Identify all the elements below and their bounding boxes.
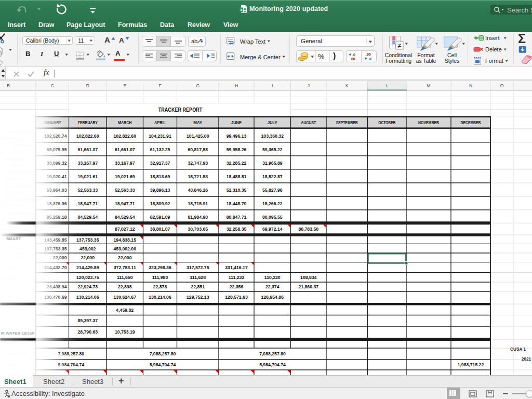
svg-text:194,838.15: 194,838.15 — [114, 237, 137, 243]
svg-text:SMART: SMART — [6, 236, 21, 241]
svg-text:7,088,257.80: 7,088,257.80 — [259, 351, 286, 356]
svg-text:19,021.69: 19,021.69 — [115, 174, 135, 179]
svg-text:.0: .0 — [368, 57, 371, 61]
svg-text:MARCH: MARCH — [118, 120, 131, 125]
svg-text:18,813.69: 18,813.69 — [150, 174, 170, 179]
svg-text:18,947.71: 18,947.71 — [115, 201, 135, 206]
svg-text:81,984.90: 81,984.90 — [188, 215, 208, 220]
svg-text:39,896.13: 39,896.13 — [150, 188, 170, 193]
svg-text:22,878: 22,878 — [153, 284, 167, 289]
svg-text:H: H — [235, 83, 238, 88]
svg-text:M: M — [427, 83, 430, 88]
svg-text:18,448.70: 18,448.70 — [227, 201, 247, 206]
svg-text:104,231.91: 104,231.91 — [149, 134, 171, 139]
svg-text:E: E — [123, 83, 126, 88]
svg-text:I: I — [272, 83, 273, 88]
svg-text:317,572.75: 317,572.75 — [187, 265, 209, 270]
svg-text:80,847.71: 80,847.71 — [227, 215, 247, 220]
svg-text:130,214.06: 130,214.06 — [149, 295, 171, 300]
svg-text:110,220: 110,220 — [264, 275, 281, 280]
svg-text:111,980: 111,980 — [152, 275, 168, 280]
svg-text:MAY: MAY — [193, 120, 202, 125]
svg-text:108,834: 108,834 — [300, 275, 317, 280]
svg-text:1,983,715.22: 1,983,715.22 — [458, 362, 484, 367]
svg-text:84,529.54: 84,529.54 — [115, 215, 135, 220]
svg-text:NOVEMBER: NOVEMBER — [418, 120, 439, 125]
svg-text:32,258.35: 32,258.35 — [227, 227, 247, 232]
svg-text:JUNE: JUNE — [231, 120, 242, 125]
svg-text:32,285.22: 32,285.22 — [227, 161, 247, 166]
svg-text:82,591.09: 82,591.09 — [150, 215, 170, 220]
svg-text:111,650: 111,650 — [117, 275, 133, 280]
svg-text:32,747.93: 32,747.93 — [188, 161, 208, 166]
svg-text:80,783.50: 80,783.50 — [298, 227, 318, 232]
svg-text:JULY: JULY — [268, 120, 277, 125]
svg-text:103,360.32: 103,360.32 — [261, 134, 284, 139]
svg-text:J: J — [308, 83, 310, 88]
svg-text:C: C — [51, 83, 54, 88]
svg-text:4,459.82: 4,459.82 — [116, 308, 134, 313]
svg-text:G: G — [196, 83, 200, 88]
svg-text:128,571.63: 128,571.63 — [225, 295, 248, 300]
svg-text:102.822.60: 102.822.60 — [114, 134, 137, 139]
svg-text:M WATER 19/2oF: M WATER 19/2oF — [1, 331, 35, 336]
svg-text:130,624.67: 130,624.67 — [114, 295, 137, 300]
svg-text:22,851: 22,851 — [191, 284, 205, 289]
svg-text:99,496.13: 99,496.13 — [227, 134, 247, 139]
svg-text:22,898: 22,898 — [118, 284, 132, 289]
svg-text:APRIL: APRIL — [154, 120, 166, 125]
svg-text:5,984,704.74: 5,984,704.74 — [259, 362, 286, 367]
svg-text:5,984,704.74: 5,984,704.74 — [150, 362, 176, 367]
svg-text:30,703.65: 30,703.65 — [188, 227, 208, 232]
svg-text:101,425.00: 101,425.00 — [187, 134, 209, 139]
svg-text:111,628: 111,628 — [190, 275, 206, 280]
svg-text:.00: .00 — [350, 57, 355, 61]
svg-text:129,752.13: 129,752.13 — [187, 295, 209, 300]
svg-text:38,801.07: 38,801.07 — [150, 227, 170, 232]
svg-text:40.846.26: 40.846.26 — [188, 188, 208, 193]
svg-text:18,266.22: 18,266.22 — [262, 201, 283, 206]
svg-text:59,365.22: 59,365.22 — [262, 147, 283, 152]
svg-text:22,374: 22,374 — [265, 284, 280, 289]
svg-text:52,563.33: 52,563.33 — [115, 188, 135, 193]
svg-text:21,860.37: 21,860.37 — [298, 284, 318, 289]
svg-text:18,488.81: 18,488.81 — [227, 174, 247, 179]
svg-text:331,416.17: 331,416.17 — [225, 265, 248, 270]
svg-text:.00: .00 — [366, 52, 371, 56]
svg-text:DECEMBER: DECEMBER — [461, 120, 481, 125]
svg-text:22,000: 22,000 — [118, 255, 132, 260]
svg-text:453,002.00: 453,002.00 — [114, 246, 137, 251]
svg-text:55,827.96: 55,827.96 — [262, 188, 283, 193]
svg-text:TRACKER REPORT: TRACKER REPORT — [158, 107, 203, 113]
svg-text:18,715.91: 18,715.91 — [188, 201, 208, 206]
svg-text:D: D — [86, 83, 89, 88]
svg-text:323,298.36: 323,298.36 — [149, 265, 171, 270]
svg-text:10,753.19: 10,753.19 — [115, 329, 135, 335]
svg-text:O: O — [500, 83, 504, 88]
svg-text:61,132.25: 61,132.25 — [150, 147, 170, 152]
svg-text:7,088,257.80: 7,088,257.80 — [150, 351, 176, 356]
svg-text:18,721.53: 18,721.53 — [188, 174, 208, 179]
svg-text:87,027.12: 87,027.12 — [115, 227, 135, 232]
svg-text:126,954.86: 126,954.86 — [261, 295, 284, 300]
svg-text:33,167.97: 33,167.97 — [115, 161, 135, 166]
svg-text:L: L — [385, 83, 388, 88]
svg-text:2021: 2021 — [522, 356, 531, 362]
svg-text:69,972.14: 69,972.14 — [262, 227, 283, 232]
svg-text:F: F — [158, 83, 161, 88]
svg-text:AUGUST: AUGUST — [301, 120, 316, 125]
svg-text:52,310.35: 52,310.35 — [227, 188, 247, 193]
svg-text:18,522.87: 18,522.87 — [262, 174, 283, 179]
svg-text:31,965.89: 31,965.89 — [262, 161, 283, 166]
svg-text:22,356: 22,356 — [230, 284, 244, 289]
svg-text:18,809.92: 18,809.92 — [150, 201, 170, 206]
svg-text:59,958.26: 59,958.26 — [227, 147, 247, 152]
svg-text:≠: ≠ — [398, 42, 402, 49]
svg-text:372,783.11: 372,783.11 — [114, 265, 136, 270]
svg-text:N: N — [469, 83, 472, 88]
svg-text:K: K — [345, 83, 349, 88]
svg-text:32,917.37: 32,917.37 — [150, 161, 170, 166]
svg-text:61,661.07: 61,661.07 — [115, 147, 135, 152]
svg-text:OCTOBER: OCTOBER — [378, 120, 395, 125]
svg-text:SEPTEMBER: SEPTEMBER — [336, 120, 358, 125]
